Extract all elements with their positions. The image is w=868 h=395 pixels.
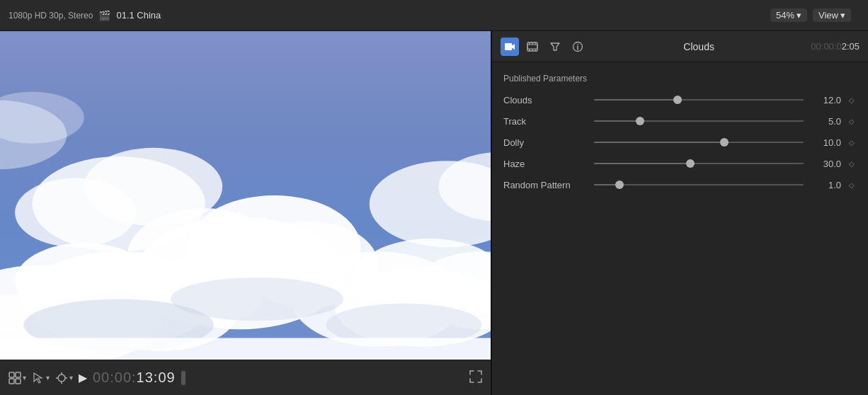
param-slider-haze[interactable] — [594, 157, 804, 170]
transport-divider — [181, 371, 185, 385]
param-label-haze: Haze — [503, 159, 588, 169]
inspector-top: Clouds 00:00:02:05 — [492, 31, 868, 62]
fullscreen-button[interactable] — [469, 370, 482, 386]
timecode-main: 13:09 — [137, 370, 176, 386]
param-row-haze: Haze 30.0 ◇ — [492, 153, 868, 174]
svg-rect-27 — [16, 372, 21, 377]
right-panel: Clouds 00:00:02:05 Published Parameters … — [491, 31, 868, 395]
inspector-tab-video[interactable] — [501, 38, 519, 56]
svg-point-30 — [58, 374, 65, 382]
param-label-dolly: Dolly — [503, 137, 588, 148]
pointer-chevron: ▾ — [46, 374, 50, 382]
params-header: Published Parameters — [492, 69, 868, 89]
keyframe-diamond-random-pattern[interactable]: ◇ — [847, 180, 857, 190]
view-control[interactable]: View ▾ — [813, 8, 851, 22]
zoom-control[interactable]: 54% ▾ — [770, 8, 807, 22]
video-frame — [0, 31, 491, 360]
project-name: 01.1 China — [116, 10, 161, 21]
tc-prefix: 00:00:0 — [811, 41, 841, 52]
inspector-tab-film[interactable] — [523, 38, 542, 56]
svg-rect-26 — [9, 372, 14, 377]
inspector-icons — [501, 38, 587, 56]
svg-rect-33 — [527, 45, 537, 49]
inspector-tab-filter[interactable] — [546, 38, 564, 56]
top-bar: 1080p HD 30p, Stereo 🎬 01.1 China 54% ▾ … — [0, 0, 868, 31]
param-value-haze: 30.0 — [809, 159, 841, 169]
video-panel: ▾ ▾ ▾ ▶ 00:00:13:09 — [0, 31, 491, 395]
inspector-title: Clouds — [593, 41, 805, 52]
param-value-random-pattern: 1.0 — [809, 180, 841, 190]
view-label: View — [818, 10, 838, 21]
layout-chevron: ▾ — [23, 374, 26, 382]
param-row-random-pattern: Random Pattern 1.0 ◇ — [492, 174, 868, 195]
param-value-clouds: 12.0 — [809, 95, 841, 105]
param-row-dolly: Dolly 10.0 ◇ — [492, 132, 868, 153]
keyframe-diamond-haze[interactable]: ◇ — [847, 159, 857, 168]
svg-rect-29 — [16, 379, 21, 384]
transform-button[interactable]: ▾ — [55, 372, 73, 384]
top-bar-left: 1080p HD 30p, Stereo 🎬 01.1 China — [8, 10, 762, 21]
zoom-chevron: ▾ — [796, 10, 801, 21]
pointer-button[interactable]: ▾ — [32, 372, 50, 384]
transform-chevron: ▾ — [69, 374, 73, 382]
media-info: 1080p HD 30p, Stereo — [8, 11, 93, 21]
svg-rect-31 — [505, 43, 512, 50]
param-slider-random-pattern[interactable] — [594, 178, 804, 191]
keyframe-diamond-track[interactable]: ◇ — [847, 116, 857, 126]
tc-value: 2:05 — [842, 41, 860, 52]
video-controls: ▾ ▾ ▾ ▶ 00:00:13:09 — [0, 360, 491, 395]
param-value-track: 5.0 — [809, 116, 841, 127]
param-label-track: Track — [503, 116, 588, 127]
inspector-timecode: 00:00:02:05 — [811, 41, 860, 52]
zoom-level: 54% — [776, 10, 794, 21]
params-section: Published Parameters Clouds 12.0 ◇ Track — [492, 62, 868, 202]
play-button[interactable]: ▶ — [79, 371, 87, 384]
svg-rect-23 — [0, 338, 491, 360]
param-label-clouds: Clouds — [503, 95, 588, 105]
param-slider-dolly[interactable] — [594, 136, 804, 149]
svg-point-42 — [577, 44, 578, 45]
timecode-prefix: 00:00: — [93, 370, 137, 386]
svg-point-13 — [15, 178, 136, 248]
param-row-track: Track 5.0 ◇ — [492, 110, 868, 132]
param-value-dolly: 10.0 — [809, 137, 841, 148]
svg-point-21 — [171, 277, 343, 321]
main-content: ▾ ▾ ▾ ▶ 00:00:13:09 — [0, 31, 868, 395]
timecode-display: 00:00:13:09 — [93, 370, 176, 386]
video-preview — [0, 31, 491, 360]
param-label-random-pattern: Random Pattern — [503, 180, 588, 190]
layout-button[interactable]: ▾ — [8, 372, 26, 384]
param-row-clouds: Clouds 12.0 ◇ — [492, 89, 868, 110]
param-slider-track[interactable] — [594, 115, 804, 127]
keyframe-diamond-clouds[interactable]: ◇ — [847, 95, 857, 105]
keyframe-diamond-dolly[interactable]: ◇ — [847, 137, 857, 147]
cloud-svg — [0, 31, 491, 360]
top-bar-center: 54% ▾ View ▾ — [770, 8, 851, 22]
svg-rect-28 — [9, 379, 14, 384]
view-chevron: ▾ — [840, 10, 845, 21]
film-icon: 🎬 — [98, 10, 110, 21]
param-slider-clouds[interactable] — [594, 93, 804, 106]
inspector-tab-info[interactable] — [569, 38, 587, 56]
